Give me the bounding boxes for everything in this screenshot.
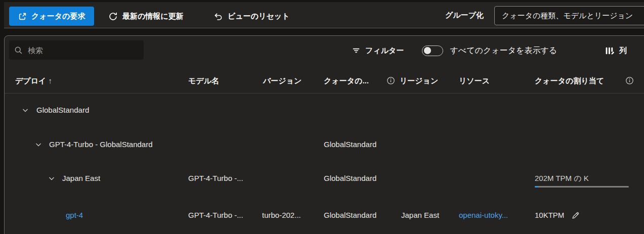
toolbar: クォータの要求 最新の情報に更新 ビューのリセット グループ化 クォータの種類、… (4, 2, 644, 28)
table-row: gpt-4 GPT-4-Turbo -... turbo-202... Glob… (0, 204, 644, 226)
model-cell: GPT-4-Turbo -... (188, 167, 243, 190)
quota-usage-fill (535, 186, 538, 188)
show-all-quotas-label: すべてのクォータを表示する (450, 45, 557, 56)
sort-ascending-indicator: ↑ (49, 76, 53, 85)
column-header-version[interactable]: バージョン (263, 69, 302, 93)
column-header-region[interactable]: リージョン (400, 69, 438, 93)
request-quota-label: クォータの要求 (31, 12, 85, 21)
column-options-icon (605, 46, 615, 55)
quota-type-cell: GlobalStandard (324, 133, 376, 156)
filter-label[interactable]: フィルター (365, 46, 404, 56)
version-cell: turbo-202... (262, 204, 301, 226)
undo-icon (213, 12, 223, 21)
filter-controls: フィルター すべてのクォータを表示する 列 (352, 39, 644, 62)
chevron-down-icon[interactable] (33, 139, 45, 150)
allocation-value: 10KTPM (535, 204, 564, 226)
column-header-deploy[interactable]: デプロイ ↑ (15, 69, 52, 93)
column-header-allocation[interactable]: クォータの割り当て (535, 69, 604, 93)
header-deploy-label: デプロイ (15, 76, 46, 85)
quota-type-info-icon[interactable] (387, 76, 395, 85)
column-header-resource[interactable]: リソース (459, 69, 490, 93)
group-by-label: グループ化 (445, 2, 484, 28)
table-row: GlobalStandard (0, 99, 644, 121)
quota-page: クォータの要求 最新の情報に更新 ビューのリセット グループ化 クォータの種類、… (0, 0, 644, 234)
group-by-dropdown[interactable]: クォータの種類、モデルとリージョン (494, 6, 644, 25)
toggle-knob (424, 47, 431, 54)
show-all-quotas-toggle[interactable] (422, 45, 443, 56)
request-quota-button[interactable]: クォータの要求 (9, 7, 94, 26)
search-icon (14, 46, 23, 55)
column-header-model[interactable]: モデル名 (188, 69, 219, 93)
region-cell: Japan East (401, 204, 439, 226)
quota-type-cell: GlobalStandard (324, 167, 376, 190)
refresh-label: 最新の情報に更新 (122, 12, 184, 21)
chevron-down-icon[interactable] (20, 105, 31, 116)
pencil-icon (571, 211, 580, 220)
search-input[interactable] (27, 45, 139, 55)
table-row: GPT-4-Turbo - GlobalStandard GlobalStand… (0, 133, 644, 156)
open-in-new-icon (18, 12, 27, 21)
refresh-icon (108, 12, 118, 21)
edit-quota-button[interactable] (571, 211, 580, 220)
refresh-button[interactable]: 最新の情報に更新 (105, 7, 187, 26)
group-by-value: クォータの種類、モデルとリージョン (502, 11, 633, 20)
allocation-info-icon[interactable] (625, 76, 634, 85)
reset-view-button[interactable]: ビューのリセット (210, 7, 292, 26)
column-header-quota-type[interactable]: クォータの... (324, 69, 369, 93)
table-row: Japan East GPT-4-Turbo -... GlobalStanda… (0, 167, 644, 190)
group-label-model: GPT-4-Turbo - GlobalStandard (49, 133, 153, 156)
quota-usage-progressbar (535, 186, 629, 188)
reset-view-label: ビューのリセット (228, 12, 289, 21)
resource-link[interactable]: openai-utoky... (459, 211, 508, 219)
search-box (9, 40, 144, 60)
header-separator (5, 93, 644, 93)
group-label-quota-type: GlobalStandard (36, 99, 89, 121)
columns-button[interactable]: 列 (605, 46, 627, 56)
model-cell: GPT-4-Turbo -... (188, 204, 243, 226)
quota-type-cell: GlobalStandard (324, 204, 376, 226)
deployment-link[interactable]: gpt-4 (66, 211, 83, 219)
columns-label: 列 (619, 46, 627, 56)
chevron-down-icon[interactable] (47, 173, 58, 184)
filter-icon[interactable] (352, 46, 361, 55)
group-label-region: Japan East (62, 167, 100, 190)
